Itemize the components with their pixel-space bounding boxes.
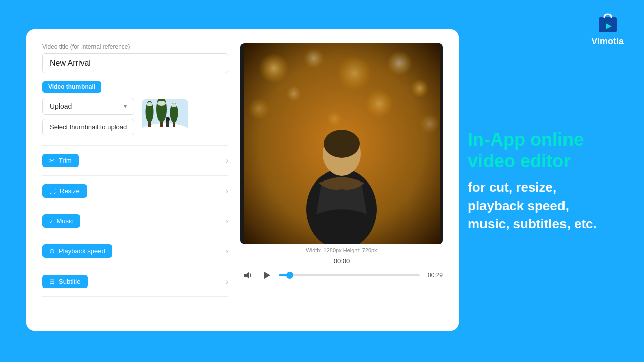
duration-total: 00:29: [425, 272, 443, 279]
resize-chevron-icon: ›: [226, 187, 228, 196]
video-info: Width: 1280px Height: 720px: [306, 247, 377, 253]
divider-5: [42, 266, 228, 266]
promo-text: In-App online video editor for cut, resi…: [468, 129, 614, 233]
divider-3: [42, 206, 228, 206]
svg-point-24: [365, 89, 393, 118]
subtitle-button[interactable]: ⊟ Subtitle: [42, 275, 88, 288]
select-thumbnail-button[interactable]: Select thumbnail to upload: [42, 119, 134, 135]
tool-row-playback[interactable]: ⊙ Playback speed ›: [42, 239, 228, 263]
promo-title: In-App online video editor: [468, 129, 614, 172]
progress-thumb[interactable]: [286, 272, 293, 279]
trim-icon: ✂: [49, 157, 55, 164]
music-icon: ♪: [49, 217, 53, 225]
resize-label: Resize: [60, 187, 80, 195]
svg-point-21: [411, 79, 429, 98]
divider-1: [42, 145, 228, 146]
vimotia-label: Vimotia: [591, 36, 624, 47]
progress-bar[interactable]: [279, 274, 420, 276]
svg-point-22: [248, 98, 270, 120]
svg-point-25: [420, 114, 440, 134]
divider-4: [42, 236, 228, 236]
svg-point-18: [304, 48, 324, 68]
music-label: Music: [57, 217, 74, 225]
playback-speed-button[interactable]: ⊙ Playback speed: [42, 244, 112, 258]
svg-point-26: [326, 111, 342, 127]
video-container: [240, 43, 443, 244]
svg-marker-31: [264, 272, 270, 279]
right-panel: Width: 1280px Height: 720px 00:00: [240, 43, 443, 317]
svg-point-17: [259, 53, 289, 83]
tool-row-resize[interactable]: ⛶ Resize ›: [42, 179, 228, 203]
svg-point-23: [286, 86, 301, 101]
trim-button[interactable]: ✂ Trim: [42, 154, 79, 167]
video-controls: 00:00 00:29: [240, 257, 443, 282]
play-button[interactable]: [260, 268, 274, 282]
divider-2: [42, 175, 228, 176]
subtitle-chevron-icon: ›: [226, 277, 228, 286]
resize-icon: ⛶: [49, 187, 56, 195]
svg-point-29: [324, 130, 360, 158]
left-panel: Video title (for internal reference) Vid…: [42, 43, 228, 317]
playback-icon: ⊙: [49, 247, 55, 255]
svg-rect-15: [166, 121, 169, 127]
upload-label: Upload: [50, 102, 72, 110]
music-button[interactable]: ♪ Music: [42, 214, 80, 228]
svg-point-14: [166, 117, 170, 122]
music-chevron-icon: ›: [226, 217, 228, 226]
trim-chevron-icon: ›: [226, 156, 228, 165]
svg-point-12: [157, 101, 166, 106]
chevron-down-icon: ▾: [124, 103, 127, 110]
divider-6: [42, 296, 228, 297]
promo-title-highlight: In-App online video editor: [468, 129, 584, 171]
svg-point-13: [171, 103, 177, 107]
tool-row-subtitle[interactable]: ⊟ Subtitle ›: [42, 269, 228, 293]
playback-chevron-icon: ›: [226, 247, 228, 256]
video-title-input[interactable]: [42, 53, 228, 73]
upload-dropdown[interactable]: Upload ▾: [42, 98, 134, 115]
subtitle-label: Subtitle: [59, 278, 80, 285]
svg-point-20: [387, 51, 412, 76]
resize-button[interactable]: ⛶ Resize: [42, 184, 87, 198]
svg-point-19: [337, 56, 372, 91]
volume-button[interactable]: [240, 268, 255, 282]
promo-description: for cut, resize, playback speed, music, …: [468, 178, 614, 233]
time-current-display: 00:00: [240, 257, 443, 265]
playback-label: Playback speed: [59, 247, 105, 255]
thumbnail-section-label: Video thumbnail: [42, 81, 101, 93]
main-card: Video title (for internal reference) Vid…: [26, 29, 459, 331]
tool-row-music[interactable]: ♪ Music ›: [42, 209, 228, 233]
trim-label: Trim: [59, 157, 72, 164]
svg-point-11: [147, 102, 153, 106]
vimotia-logo-icon: [596, 10, 620, 34]
subtitle-icon: ⊟: [49, 278, 55, 285]
thumbnail-row: Upload ▾ Select thumbnail to upload: [42, 98, 228, 135]
thumbnail-preview: [142, 99, 188, 134]
vimotia-brand: Vimotia: [591, 10, 624, 47]
tool-row-trim[interactable]: ✂ Trim ›: [42, 149, 228, 172]
controls-row: 00:29: [240, 268, 443, 282]
svg-marker-30: [244, 272, 249, 279]
video-title-label: Video title (for internal reference): [42, 43, 228, 50]
